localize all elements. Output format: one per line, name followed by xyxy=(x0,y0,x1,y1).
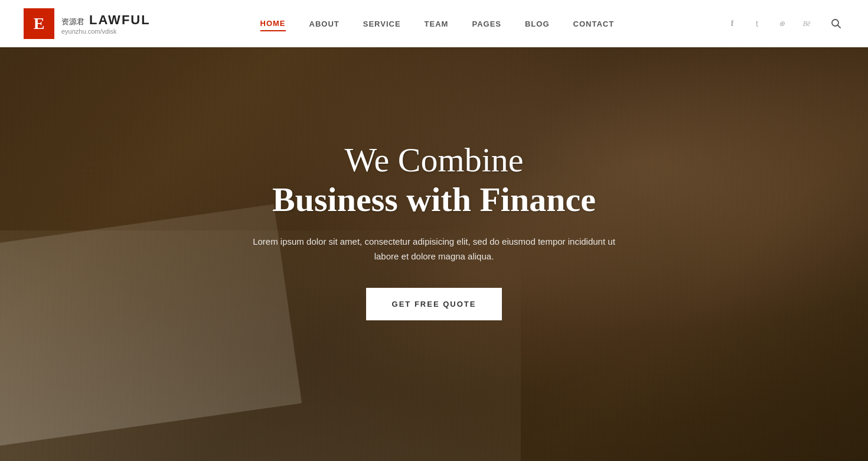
logo[interactable]: E 资源君 LAWFUL eyunzhu.com/vdisk xyxy=(24,8,151,39)
nav-item-about[interactable]: ABOUT xyxy=(309,17,340,31)
hero-content: We Combine Business with Finance Lorem i… xyxy=(241,141,627,320)
cta-button[interactable]: GET FREE QUOTE xyxy=(366,288,502,320)
hero-section: We Combine Business with Finance Lorem i… xyxy=(0,0,868,461)
facebook-icon[interactable]: f xyxy=(724,15,740,32)
logo-brand-name: LAWFUL xyxy=(89,12,151,28)
nav-item-blog[interactable]: BLOG xyxy=(525,17,550,31)
search-icon[interactable] xyxy=(828,15,844,32)
logo-chinese: 资源君 xyxy=(61,17,84,27)
main-nav: HOME ABOUT SERVICE TEAM PAGES BLOG CONTA… xyxy=(260,17,615,31)
nav-item-pages[interactable]: PAGES xyxy=(472,17,501,31)
hero-title-line2: Business with Finance xyxy=(253,180,615,220)
header-right: f t ⊕ Bē xyxy=(724,15,844,32)
hero-subtitle: Lorem ipsum dolor sit amet, consectetur … xyxy=(253,234,615,264)
logo-icon: E xyxy=(24,8,54,39)
nav-item-service[interactable]: SERVICE xyxy=(363,17,401,31)
site-header: E 资源君 LAWFUL eyunzhu.com/vdisk HOME ABOU… xyxy=(0,0,868,47)
nav-item-home[interactable]: HOME xyxy=(260,17,286,31)
svg-line-1 xyxy=(838,25,840,28)
share-icon[interactable]: ⊕ xyxy=(774,15,790,32)
nav-item-contact[interactable]: CONTACT xyxy=(573,17,615,31)
behance-icon[interactable]: Bē xyxy=(798,15,815,32)
twitter-icon[interactable]: t xyxy=(749,15,765,32)
logo-url: eyunzhu.com/vdisk xyxy=(61,28,151,35)
logo-text-area: 资源君 LAWFUL eyunzhu.com/vdisk xyxy=(61,12,151,35)
nav-item-team[interactable]: TEAM xyxy=(425,17,449,31)
hero-title-line1: We Combine xyxy=(253,141,615,180)
